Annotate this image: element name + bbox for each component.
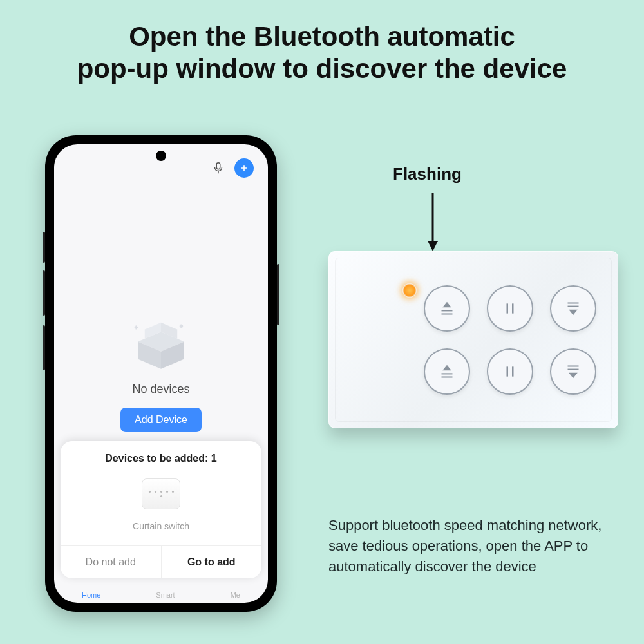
page-headline: Open the Bluetooth automaticpop-up windo… — [0, 0, 644, 86]
popup-actions: Do not add Go to add — [61, 545, 261, 578]
curtain-open-button[interactable] — [424, 285, 470, 332]
phone-side-button — [43, 325, 45, 370]
svg-rect-8 — [135, 325, 137, 329]
empty-box-icon — [126, 316, 196, 374]
description-text: Support bluetooth speed matching network… — [328, 515, 618, 577]
add-device-button[interactable]: Add Device — [120, 408, 202, 432]
phone-mockup: No devices Add Device Devices to be adde… — [45, 135, 277, 612]
go-to-add-button[interactable]: Go to add — [162, 546, 262, 578]
svg-marker-10 — [428, 241, 438, 251]
nav-home[interactable]: Home — [82, 591, 100, 599]
device-tile[interactable]: Curtain switch — [61, 472, 261, 545]
phone-screen: No devices Add Device Devices to be adde… — [54, 144, 268, 603]
phone-side-button — [277, 264, 279, 325]
do-not-add-button[interactable]: Do not add — [61, 546, 162, 578]
status-led-icon — [402, 283, 417, 298]
nav-me[interactable]: Me — [231, 591, 240, 599]
curtain-open-button[interactable] — [424, 348, 470, 395]
nav-smart[interactable]: Smart — [156, 591, 175, 599]
discover-popup: Devices to be added: 1 Curtain switch Do… — [61, 441, 261, 578]
device-name: Curtain switch — [133, 521, 189, 531]
phone-side-button — [43, 270, 45, 316]
curtain-pause-button[interactable] — [487, 348, 533, 395]
panel-row-2 — [424, 348, 596, 395]
camera-cutout — [156, 151, 166, 161]
curtain-close-button[interactable] — [550, 348, 596, 395]
popup-title: Devices to be added: 1 — [61, 441, 261, 472]
curtain-pause-button[interactable] — [487, 285, 533, 332]
arrow-down-icon — [425, 193, 444, 251]
panel-row-1 — [424, 285, 596, 332]
flashing-label: Flashing — [393, 164, 462, 184]
curtain-switch-icon — [142, 478, 180, 509]
svg-point-6 — [180, 324, 183, 327]
bottom-nav: Home Smart Me — [54, 591, 268, 599]
curtain-close-button[interactable] — [550, 285, 596, 332]
no-devices-text: No devices — [132, 383, 189, 396]
switch-panel — [328, 251, 618, 428]
phone-side-button — [43, 232, 45, 263]
